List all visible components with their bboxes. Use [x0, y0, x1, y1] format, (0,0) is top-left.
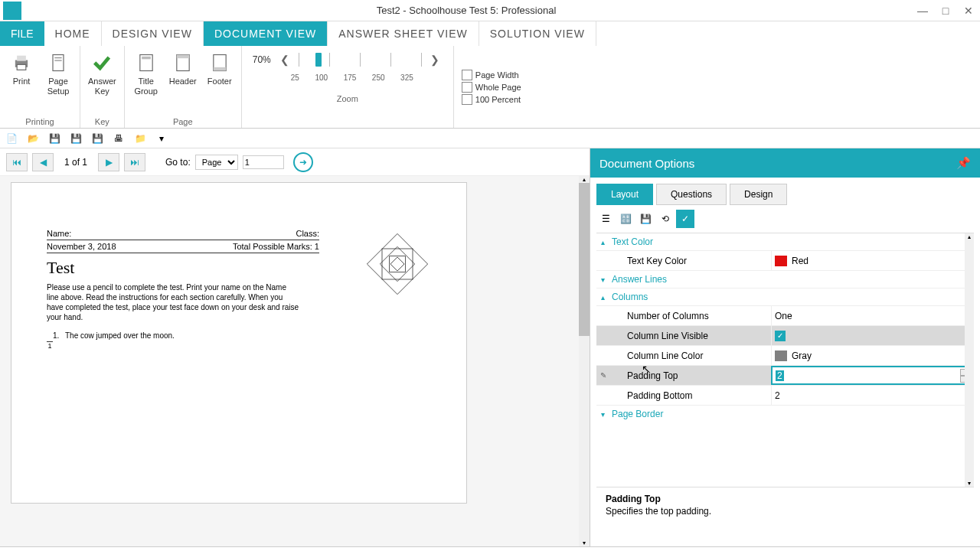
toggle-check-icon[interactable]: ✓	[676, 210, 694, 228]
tab-home[interactable]: HOME	[44, 21, 102, 46]
svg-rect-5	[54, 60, 61, 61]
save-options-icon[interactable]: 💾	[636, 210, 655, 228]
doc-scrollbar[interactable]: ▴▾	[579, 176, 590, 546]
svg-rect-13	[382, 249, 413, 279]
options-title: Document Options	[599, 157, 694, 170]
footer-button[interactable]: Footer	[204, 49, 235, 88]
tab-document-view[interactable]: DOCUMENT VIEW	[204, 21, 328, 46]
pin-icon[interactable]: 📌	[956, 156, 971, 170]
description-panel: Padding Top Specifies the top padding.	[596, 487, 974, 546]
chevron-down-icon: ▾	[601, 276, 612, 284]
svg-rect-15	[390, 256, 406, 272]
print-button[interactable]: Print	[6, 49, 37, 88]
save-icon[interactable]: 💾	[47, 132, 61, 145]
tab-file[interactable]: FILE	[0, 21, 44, 46]
save-all-icon[interactable]: 💾	[90, 132, 104, 145]
svg-rect-12	[367, 233, 427, 294]
header-icon	[171, 51, 195, 75]
minimize-button[interactable]: —	[911, 2, 934, 20]
tab-answer-sheet-view[interactable]: ANSWER SHEET VIEW	[328, 21, 479, 46]
chevron-down-icon: ▾	[601, 410, 612, 419]
header-button[interactable]: Header	[168, 49, 198, 88]
tab-design-view[interactable]: DESIGN VIEW	[102, 21, 204, 46]
title-group-icon	[134, 51, 158, 75]
page-width-button[interactable]: Page Width	[462, 70, 521, 80]
desc-text: Specifies the top padding.	[606, 506, 965, 517]
page-setup-icon	[46, 51, 70, 75]
alphabetical-icon[interactable]: 🔠	[616, 210, 635, 228]
chevron-up-icon: ▴	[601, 238, 612, 246]
group-label-page: Page	[131, 116, 235, 126]
folder-icon[interactable]: 📁	[133, 132, 147, 145]
doc-logo	[367, 233, 428, 295]
new-doc-icon[interactable]: 📄	[5, 132, 18, 145]
goto-type-select[interactable]: Page	[195, 155, 238, 170]
last-page-button[interactable]: ⏭	[124, 153, 145, 171]
section-columns[interactable]: ▴Columns	[596, 289, 974, 306]
doc-intro: Please use a pencil to complete the test…	[47, 282, 299, 322]
tab-questions[interactable]: Questions	[656, 184, 727, 205]
print-icon[interactable]: 🖶	[112, 132, 126, 145]
desc-title: Padding Top	[606, 494, 965, 504]
tab-layout[interactable]: Layout	[596, 184, 653, 205]
prop-col-line-color[interactable]: Column Line ColorGray	[596, 346, 974, 366]
title-bar: Test2 - Schoolhouse Test 5: Professional…	[0, 0, 980, 21]
group-label-zoom: Zoom	[253, 93, 443, 103]
svg-rect-14	[380, 246, 414, 281]
page-setup-button[interactable]: Page Setup	[43, 49, 74, 98]
close-button[interactable]: ✕	[957, 2, 980, 20]
svg-rect-16	[390, 257, 404, 271]
tab-solution-view[interactable]: SOLUTION VIEW	[479, 21, 596, 46]
goto-number-input[interactable]	[243, 155, 284, 169]
q1-mark: 1	[47, 341, 53, 350]
section-text-color[interactable]: ▴Text Color	[596, 233, 974, 251]
zoom-slider[interactable]	[299, 51, 421, 69]
hundred-percent-button[interactable]: 100 Percent	[462, 94, 521, 105]
prop-text-key-color[interactable]: Text Key ColorRed	[596, 251, 974, 271]
footer-icon	[207, 51, 232, 75]
page-indicator: 1 of 1	[64, 157, 87, 168]
prev-page-button[interactable]: ◀	[32, 153, 54, 171]
save-as-icon[interactable]: 💾	[69, 132, 83, 145]
hundred-percent-icon	[462, 94, 472, 105]
svg-rect-4	[54, 57, 61, 58]
whole-page-button[interactable]: Whole Page	[462, 82, 521, 93]
ribbon-content: Print Page Setup Printing Answer Key Key…	[0, 46, 980, 129]
section-page-border[interactable]: ▾Page Border	[596, 406, 974, 422]
go-button[interactable]: ➜	[293, 152, 313, 172]
props-scrollbar[interactable]: ▴▾	[965, 233, 974, 487]
answer-key-button[interactable]: Answer Key	[87, 49, 118, 98]
ribbon-tabs: FILE HOME DESIGN VIEW DOCUMENT VIEW ANSW…	[0, 21, 980, 46]
open-folder-icon[interactable]: 📂	[26, 132, 40, 145]
tab-design[interactable]: Design	[730, 184, 787, 205]
whole-page-icon	[462, 82, 472, 93]
next-page-button[interactable]: ▶	[98, 153, 119, 171]
prop-col-line-visible[interactable]: Column Line Visible✓	[596, 326, 974, 346]
zoom-in-button[interactable]: ❯	[427, 54, 443, 66]
prop-padding-top[interactable]: ✎Padding Top2▴▾	[596, 366, 974, 386]
prop-num-columns[interactable]: Number of ColumnsOne	[596, 306, 974, 326]
pencil-icon: ✎	[596, 371, 610, 380]
status-bar: Version: 1▴▾ Number of Items: 1 Number o…	[0, 546, 980, 551]
section-answer-lines[interactable]: ▾Answer Lines	[596, 271, 974, 289]
first-page-button[interactable]: ⏮	[6, 153, 28, 171]
navigation-bar: ⏮ ◀ 1 of 1 ▶ ⏭ Go to: Page ➜	[0, 148, 590, 176]
title-group-button[interactable]: Title Group	[131, 49, 162, 98]
checkbox-checked-icon[interactable]: ✓	[775, 331, 786, 341]
class-label: Class:	[296, 229, 319, 238]
document-page: Name:Class: November 3, 2018Total Possib…	[11, 182, 467, 504]
reset-icon[interactable]: ⟲	[656, 210, 675, 228]
dropdown-icon[interactable]: ▾	[155, 132, 168, 145]
zoom-out-button[interactable]: ❮	[277, 54, 292, 66]
zoom-thumb[interactable]	[315, 53, 322, 67]
prop-padding-bottom[interactable]: Padding Bottom2	[596, 386, 974, 406]
maximize-button[interactable]: □	[934, 2, 957, 20]
goto-label: Go to:	[165, 157, 191, 168]
window-title: Test2 - Schoolhouse Test 5: Professional	[21, 5, 911, 16]
svg-rect-9	[177, 55, 189, 59]
doc-title: Test	[47, 258, 319, 278]
svg-rect-11	[214, 67, 226, 71]
doc-date: November 3, 2018	[47, 242, 116, 251]
zoom-tick-labels: 25100175250325	[291, 73, 413, 82]
categorized-icon[interactable]: ☰	[596, 210, 615, 228]
